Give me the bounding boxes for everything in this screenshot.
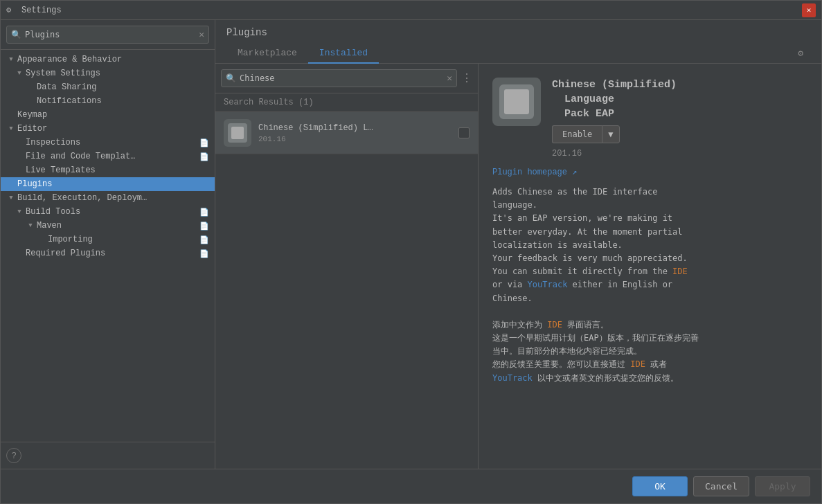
plugin-detail-icon-shape xyxy=(504,89,529,114)
sidebar-search-input[interactable] xyxy=(25,30,199,39)
sidebar-search-area: 🔍 ✕ xyxy=(1,20,215,50)
plugin-search-menu-icon[interactable]: ⋮ xyxy=(461,71,472,85)
enable-button[interactable]: Enable xyxy=(552,125,602,143)
enable-dropdown-button[interactable]: ▼ xyxy=(602,125,619,143)
search-results-label: Search Results (1) xyxy=(224,98,314,107)
sidebar-item-data-sharing[interactable]: Data Sharing xyxy=(1,80,215,94)
settings-page-icon: 📄 xyxy=(199,249,209,258)
plugin-version: 201.16 xyxy=(258,135,452,143)
plugin-list-item[interactable]: Chinese (Simplified) L… 201.16 xyxy=(215,112,478,154)
ok-button[interactable]: OK xyxy=(632,476,688,496)
sidebar-search-clear-icon[interactable]: ✕ xyxy=(199,29,204,40)
plugin-detail-icon xyxy=(492,78,541,126)
plugin-detail-info: Chinese (Simplified) Language Pack EAP E… xyxy=(552,78,807,159)
sidebar-item-label: Inspections xyxy=(26,138,199,147)
close-button[interactable]: ✕ xyxy=(802,3,816,17)
arrow-icon xyxy=(15,249,24,258)
tab-marketplace[interactable]: Marketplace xyxy=(226,44,308,64)
arrow-icon xyxy=(15,165,24,175)
plugins-gear-icon[interactable]: ⚙ xyxy=(791,44,810,63)
settings-window: ⚙ Settings ✕ 🔍 ✕ ▼ Appearance & Behavior xyxy=(0,0,822,504)
window-title: Settings xyxy=(21,6,802,15)
plugin-search-bar: 🔍 ✕ ⋮ xyxy=(215,64,478,93)
plugin-detail: Chinese (Simplified) Language Pack EAP E… xyxy=(479,64,821,469)
plugins-header: Plugins Marketplace Installed ⚙ xyxy=(215,20,821,64)
settings-page-icon: 📄 xyxy=(199,235,209,244)
sidebar-item-build-tools[interactable]: ▼ Build Tools 📄 xyxy=(1,205,215,219)
sidebar-item-label: Live Templates xyxy=(26,165,209,175)
arrow-icon xyxy=(6,179,16,189)
tab-installed[interactable]: Installed xyxy=(308,44,379,64)
arrow-icon xyxy=(6,110,16,120)
plugin-icon xyxy=(224,119,251,147)
arrow-icon: ▼ xyxy=(15,69,24,78)
plugin-homepage-anchor[interactable]: Plugin homepage ↗ xyxy=(492,168,577,177)
settings-page-icon: 📄 xyxy=(199,138,209,147)
plugin-icon-inner xyxy=(228,123,247,143)
main-content: 🔍 ✕ ▼ Appearance & Behavior ▼ System Set… xyxy=(1,20,821,469)
arrow-icon: ▼ xyxy=(6,124,16,134)
sidebar-item-label: Maven xyxy=(37,221,199,231)
sidebar-item-label: Build Tools xyxy=(26,207,199,217)
arrow-icon xyxy=(26,82,35,92)
plugin-search-input-wrap: 🔍 ✕ xyxy=(221,69,457,87)
cancel-button[interactable]: Cancel xyxy=(693,476,749,496)
sidebar-search-box: 🔍 ✕ xyxy=(6,26,209,44)
window-icon: ⚙ xyxy=(6,5,17,16)
plugin-icon-shape xyxy=(231,127,244,139)
search-icon: 🔍 xyxy=(11,30,21,40)
plugins-title: Plugins xyxy=(226,27,810,38)
title-bar: ⚙ Settings ✕ xyxy=(1,1,821,20)
plugin-detail-header: Chinese (Simplified) Language Pack EAP E… xyxy=(492,78,807,159)
plugin-list: Chinese (Simplified) L… 201.16 xyxy=(215,112,478,469)
sidebar-item-file-code-templates[interactable]: File and Code Templat… 📄 xyxy=(1,150,215,163)
plugins-tabs: Marketplace Installed ⚙ xyxy=(226,44,810,63)
settings-page-icon: 📄 xyxy=(199,208,209,217)
sidebar-item-appearance[interactable]: ▼ Appearance & Behavior xyxy=(1,53,215,66)
plugin-search-icon: 🔍 xyxy=(226,73,236,84)
help-button[interactable]: ? xyxy=(6,448,21,463)
sidebar-item-live-templates[interactable]: Live Templates xyxy=(1,163,215,177)
plugin-search-input[interactable] xyxy=(240,73,447,83)
arrow-icon xyxy=(15,138,24,147)
sidebar-item-plugins[interactable]: Plugins xyxy=(1,177,215,191)
arrow-icon xyxy=(37,235,46,244)
settings-page-icon: 📄 xyxy=(199,152,209,161)
sidebar-item-maven[interactable]: ▼ Maven 📄 xyxy=(1,219,215,233)
sidebar-item-system-settings[interactable]: ▼ System Settings xyxy=(1,66,215,80)
arrow-icon: ▼ xyxy=(6,193,16,203)
sidebar-item-label: Notifications xyxy=(37,96,209,106)
right-panel: Plugins Marketplace Installed ⚙ 🔍 ✕ xyxy=(215,20,821,469)
sidebar-bottom: ? xyxy=(1,442,215,469)
sidebar-item-label: Data Sharing xyxy=(37,82,209,92)
plugin-detail-icon-inner xyxy=(499,84,534,119)
arrow-icon: ▼ xyxy=(15,207,24,217)
bottom-bar: OK Cancel Apply xyxy=(1,469,821,503)
sidebar: 🔍 ✕ ▼ Appearance & Behavior ▼ System Set… xyxy=(1,20,215,469)
sidebar-item-label: Appearance & Behavior xyxy=(17,55,209,64)
plugins-body: 🔍 ✕ ⋮ Search Results (1) xyxy=(215,64,821,469)
sidebar-item-label: Plugins xyxy=(17,179,209,189)
arrow-icon: ▼ xyxy=(26,221,35,231)
arrow-icon xyxy=(15,152,24,161)
sidebar-tree: ▼ Appearance & Behavior ▼ System Setting… xyxy=(1,50,215,442)
sidebar-item-keymap[interactable]: Keymap xyxy=(1,108,215,122)
sidebar-item-label: Editor xyxy=(17,124,209,134)
plugin-checkbox[interactable] xyxy=(458,127,470,138)
search-results-header: Search Results (1) xyxy=(215,93,478,112)
sidebar-item-build-execution[interactable]: ▼ Build, Execution, Deploym… xyxy=(1,191,215,205)
sidebar-item-label: Build, Execution, Deploym… xyxy=(17,193,209,203)
sidebar-item-required-plugins[interactable]: Required Plugins 📄 xyxy=(1,246,215,260)
plugin-detail-version: 201.16 xyxy=(552,149,807,159)
sidebar-item-editor[interactable]: ▼ Editor xyxy=(1,122,215,136)
sidebar-item-inspections[interactable]: Inspections 📄 xyxy=(1,136,215,150)
plugin-detail-name: Chinese (Simplified) Language Pack EAP xyxy=(552,78,807,121)
sidebar-item-label: Importing xyxy=(48,235,199,244)
apply-button[interactable]: Apply xyxy=(755,476,810,496)
plugin-list-panel: 🔍 ✕ ⋮ Search Results (1) xyxy=(215,64,479,469)
plugin-search-clear-icon[interactable]: ✕ xyxy=(447,73,452,84)
plugin-homepage-link[interactable]: Plugin homepage ↗ xyxy=(492,167,807,177)
sidebar-item-notifications[interactable]: Notifications xyxy=(1,94,215,108)
sidebar-item-label: Required Plugins xyxy=(26,249,199,258)
sidebar-item-importing[interactable]: Importing 📄 xyxy=(1,233,215,246)
